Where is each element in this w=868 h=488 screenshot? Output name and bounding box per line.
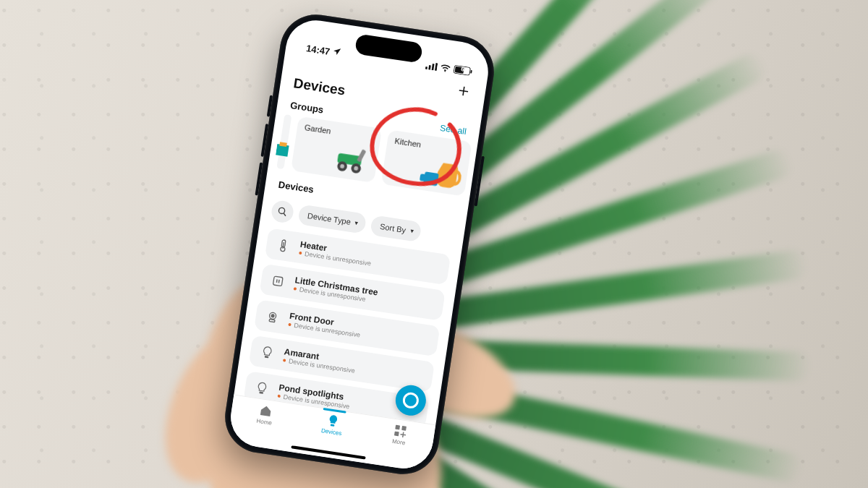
tab-more[interactable]: More [373, 421, 427, 449]
bulb-icon [326, 414, 339, 428]
search-icon [277, 206, 289, 218]
add-button[interactable]: ＋ [454, 80, 473, 100]
home-icon [258, 403, 273, 418]
svg-point-27 [271, 314, 274, 317]
svg-rect-16 [423, 171, 439, 186]
search-button[interactable] [270, 200, 294, 224]
camera-icon [263, 308, 281, 326]
svg-point-4 [444, 71, 446, 72]
svg-rect-7 [470, 70, 472, 74]
svg-rect-29 [265, 356, 269, 358]
plug-icon [269, 272, 287, 290]
location-icon [332, 47, 342, 59]
svg-line-19 [283, 213, 286, 216]
tab-devices[interactable]: Devices [306, 411, 359, 439]
cellular-icon [425, 61, 438, 73]
svg-rect-0 [425, 67, 427, 69]
svg-rect-32 [395, 425, 400, 430]
filter-sort-by[interactable]: Sort By ▾ [370, 215, 422, 242]
svg-rect-23 [273, 276, 283, 286]
svg-rect-3 [435, 63, 438, 71]
status-time: 14:47 [305, 43, 331, 57]
svg-rect-28 [269, 319, 275, 322]
devices-heading: Devices [278, 179, 315, 195]
bulb-icon [258, 343, 276, 361]
lawnmower-icon [328, 142, 375, 179]
more-grid-icon [393, 424, 407, 438]
filter-device-type[interactable]: Device Type ▾ [297, 204, 367, 234]
svg-rect-31 [331, 424, 335, 427]
bulb-icon [253, 380, 271, 398]
svg-rect-34 [394, 432, 399, 437]
alexa-icon [401, 391, 420, 409]
chevron-down-icon: ▾ [354, 219, 359, 227]
groups-heading: Groups [289, 100, 324, 116]
group-label: Kitchen [394, 137, 422, 149]
battery-icon: 60 [453, 65, 473, 79]
tab-home[interactable]: Home [239, 401, 292, 429]
kitchenware-icon [419, 155, 465, 193]
thermometer-icon [274, 236, 292, 254]
group-label: Garden [304, 123, 331, 135]
see-all-link[interactable]: See all [439, 123, 467, 137]
svg-rect-24 [276, 279, 278, 283]
svg-rect-33 [401, 426, 407, 431]
svg-rect-1 [428, 65, 431, 70]
svg-rect-25 [278, 280, 280, 283]
svg-rect-2 [432, 64, 435, 70]
svg-rect-30 [259, 391, 263, 393]
chevron-down-icon: ▾ [409, 227, 414, 235]
group-card-partial[interactable] [276, 114, 292, 170]
wifi-icon [439, 63, 451, 75]
